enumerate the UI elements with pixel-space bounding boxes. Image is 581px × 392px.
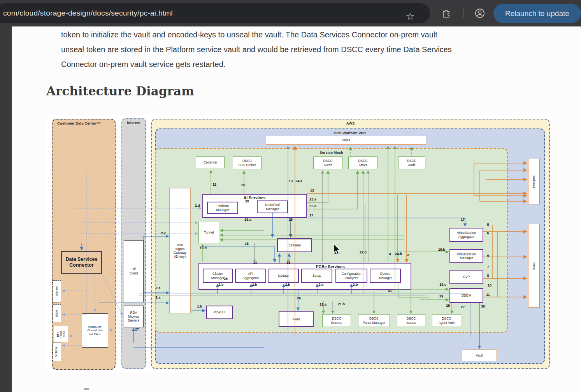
virtualization-aggregator: VirtualizationAggregator (449, 228, 483, 242)
next-section-fragment (84, 388, 89, 390)
dl380a: DL380A (53, 343, 61, 361)
rda-midway-servers: RDAMidwayServers (124, 306, 144, 327)
edge-label-27: 27 (461, 305, 465, 309)
service-mesh-label: Service Mesh (156, 150, 507, 155)
edge-label-22.b: 22.b (360, 250, 367, 254)
edge-label-32: 32 (212, 183, 216, 186)
edge-label-5: 5 (487, 223, 489, 227)
virtualization-manager: VirtualizationManager (449, 249, 483, 263)
update: Update (268, 269, 299, 283)
edge-label-26: 26 (297, 296, 301, 300)
edge-label-2.c: 2.c (161, 231, 166, 235)
edge-label-26: 26 (224, 277, 228, 281)
body-paragraph: token to initialize the vault and encode… (61, 27, 567, 72)
mouse-cursor (333, 243, 341, 255)
extensions-puzzle-icon[interactable] (441, 8, 452, 19)
dscc-audit: DSCCAudit (398, 156, 425, 169)
dscc-issues: DSCCIssues (397, 314, 425, 327)
dscc-authz: DSCCAuthz (313, 156, 342, 169)
dscc-portal-manager: DSCCPortal Manager (358, 314, 390, 327)
edge-label-13: 13 (289, 179, 293, 183)
architecture-diagram: Customer Data Center***InternetAWSCCS Pl… (46, 115, 551, 373)
ezmeral: Ezmeral (277, 238, 312, 252)
api-aggregator: APIAggregator (235, 269, 266, 283)
edge-label-20: 20 (245, 199, 249, 203)
edge-label-31: 31 (388, 289, 392, 293)
edge-label-6: 6 (487, 231, 489, 235)
paragraph-line: unseal token are stored in the Platform … (61, 42, 567, 57)
customer-data-center-label: Customer Data Center*** (57, 121, 100, 125)
vault: Vault (462, 350, 497, 361)
dscc-secrets: DSCCSecrets (322, 314, 351, 327)
edge-label-2.d: 2.d (195, 204, 200, 207)
tunnel: Tunnel (198, 222, 219, 243)
edge-label-10: 10 (488, 283, 491, 287)
kafka-top: Kafka (266, 136, 426, 145)
edge-label-21.a: 21.a (319, 302, 326, 306)
edge-label-25: 25 (241, 183, 245, 187)
url-bar[interactable]: com/cloud/storage-design/docs/security/p… (0, 3, 430, 23)
fleet: Fleet (279, 311, 314, 327)
aws-zone-label: AWS (152, 121, 549, 125)
postgres: Postgres (528, 159, 540, 204)
hpe-proliant: HPEProliant 8.0 (54, 326, 68, 342)
edge-label-8: 8 (487, 274, 489, 278)
edge-label-2.a: 2.a (156, 286, 161, 290)
nodepool-manager: NodePoolManager (257, 200, 288, 213)
device-manager: DeviceManager (370, 269, 401, 283)
edge-label-2.b: 2.b (218, 283, 223, 287)
edge-label-28: 28 (446, 304, 450, 308)
edge-label-21.b: 21.b (338, 302, 345, 306)
pcai-ui: PCAI UI (206, 306, 233, 319)
platform-manager: PlatformManager (207, 202, 238, 214)
edge-label-22.a: 22.a (309, 204, 316, 208)
edge-label-27: 27 (135, 327, 139, 331)
edge-label-9: 9 (487, 254, 489, 258)
profile-icon[interactable] (474, 8, 485, 19)
alletra-mp-greenlake: Alletra MPGreenLakefor Files (82, 313, 108, 348)
edge-label-12: 12 (310, 188, 314, 192)
ui-client: UI/Client (124, 240, 144, 302)
internet-zone-label: Internet (122, 120, 145, 125)
paragraph-line: token to initialize the vault and encode… (61, 27, 567, 42)
edge-label-23.a: 23.a (309, 197, 316, 201)
edge-label-16: 16 (289, 218, 293, 221)
edge-label-2.b: 2.b (318, 283, 323, 287)
bookmark-star-icon[interactable]: ☆ (405, 10, 416, 23)
dscc-sso-broker: DSCCSSO Broker (233, 156, 262, 169)
edge-label-1.a: 1.a (156, 295, 161, 299)
edge-label-19.b: 19.b (438, 248, 445, 251)
edge-label-19.d: 19.d (200, 246, 207, 250)
setup: Setup (301, 269, 332, 283)
dscc-agent-auth: DSCCAgent Auth (432, 314, 461, 327)
edge-label-1.b: 1.b (197, 304, 202, 308)
edge-label-19.a: 19.a (244, 218, 251, 221)
esxi: ESXi (53, 304, 61, 322)
ccs-platform-vpc-label: CCS Platform VPC (156, 131, 544, 135)
edge-label-15: 15 (286, 261, 290, 265)
edge-label-29: 29 (439, 294, 443, 298)
cadence: Cadence (196, 156, 225, 168)
vcenter: vCenter (53, 280, 61, 302)
edge-label-11: 11 (486, 293, 490, 297)
edge-label-3: 3 (407, 253, 409, 257)
edge-label-2.b: 2.b (353, 283, 358, 287)
edge-label-19.c: 19.c (439, 283, 446, 287)
edge-label-2.b: 2.b (285, 283, 290, 287)
section-heading: Architecture Diagram (46, 84, 194, 98)
cvp: CVP (449, 270, 483, 284)
edge-label-17: 17 (309, 213, 313, 217)
window-edge-strip (0, 26, 12, 392)
edge-label-24.a: 24.a (295, 179, 302, 183)
paragraph-line: Connector on-prem vault service gets res… (61, 57, 567, 72)
url-text: com/cloud/storage-design/docs/security/p… (0, 9, 173, 18)
edge-label-7: 7 (487, 265, 489, 269)
edge-label-14: 14 (253, 261, 257, 265)
edge-label-30: 30 (481, 304, 485, 308)
page-content: token to initialize the vault and encode… (12, 26, 581, 392)
istio-ingress-gateway: IstioIngresGateway(Envoy) (169, 188, 191, 313)
relaunch-to-update-button[interactable]: Relaunch to update (493, 4, 581, 23)
kafka-right: Kafka (528, 224, 540, 308)
edge-label-2.b: 2.b (252, 283, 257, 287)
data-services-connector: Data ServicesConnector (61, 251, 102, 274)
